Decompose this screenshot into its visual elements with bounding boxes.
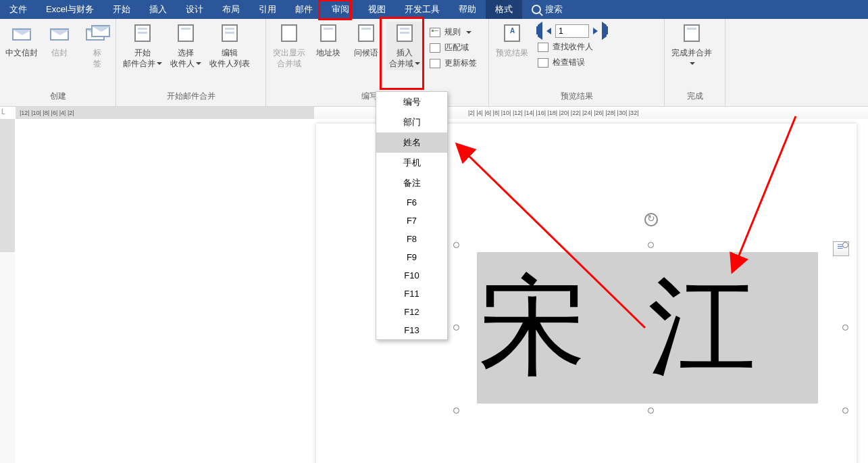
finish-merge-button[interactable]: 完成并合并: [669, 22, 715, 70]
address-block-button[interactable]: 地址块: [311, 22, 346, 59]
check-errors-icon: [538, 58, 548, 68]
update-labels-button[interactable]: 更新标签: [426, 55, 481, 71]
check-errors-button[interactable]: 检查错误: [534, 55, 611, 70]
labels-button[interactable]: 标 签: [80, 22, 115, 70]
record-number-input[interactable]: [555, 24, 589, 38]
rules-icon: [430, 28, 440, 37]
rotate-handle[interactable]: [644, 213, 658, 226]
merge-field-option[interactable]: F10: [376, 266, 447, 285]
tell-me-search[interactable]: 搜索: [522, 0, 572, 19]
greeting-line-button[interactable]: 问候语: [349, 22, 384, 59]
merge-field-option[interactable]: F12: [376, 303, 447, 321]
chinese-envelope-button[interactable]: 中文信封: [4, 22, 39, 59]
match-fields-icon: [430, 43, 440, 53]
first-record-button[interactable]: [536, 25, 542, 37]
last-record-button[interactable]: [602, 25, 608, 37]
group-label-preview: 预览结果: [489, 89, 664, 106]
group-label-create: 创建: [0, 89, 116, 106]
tab-review[interactable]: 审阅: [322, 0, 359, 19]
chevron-down-icon: [196, 62, 201, 65]
group-label-finish: 完成: [665, 89, 725, 106]
resize-handle[interactable]: [648, 242, 654, 248]
tab-design[interactable]: 设计: [176, 0, 213, 19]
merge-field-option[interactable]: 编号: [376, 92, 447, 112]
next-record-button[interactable]: [593, 28, 598, 34]
merge-field-option[interactable]: 姓名: [376, 132, 447, 153]
start-mail-merge-button[interactable]: 开始 邮件合并: [120, 22, 165, 70]
highlight-merge-fields-button[interactable]: 突出显示 合并域: [270, 22, 308, 70]
selected-textbox[interactable]: 宋江: [457, 245, 845, 410]
find-recipient-button[interactable]: 查找收件人: [534, 39, 611, 55]
preview-results-button[interactable]: 预览结果: [493, 22, 531, 59]
find-recipient-icon: [538, 43, 548, 52]
resize-handle[interactable]: [648, 408, 654, 414]
tab-layout[interactable]: 布局: [213, 0, 249, 19]
prev-record-button[interactable]: [546, 28, 551, 34]
tab-insert[interactable]: 插入: [140, 0, 176, 19]
merge-field-option[interactable]: 备注: [376, 173, 447, 193]
resize-handle[interactable]: [453, 408, 459, 414]
ribbon-tabs: 文件 Excel与财务 开始 插入 设计 布局 引用 邮件 审阅 视图 开发工具…: [0, 0, 868, 19]
select-recipients-button[interactable]: 选择 收件人: [168, 22, 204, 70]
merge-field-option[interactable]: F8: [376, 230, 447, 248]
textbox-content[interactable]: 宋江: [477, 252, 818, 404]
chevron-down-icon: [415, 62, 420, 65]
tab-references[interactable]: 引用: [249, 0, 286, 19]
merge-field-option[interactable]: 部门: [376, 112, 447, 132]
search-placeholder: 搜索: [545, 3, 563, 16]
merge-field-option[interactable]: F11: [376, 285, 447, 303]
tab-developer[interactable]: 开发工具: [395, 0, 449, 19]
chevron-down-icon: [157, 62, 162, 65]
resize-handle[interactable]: [842, 408, 848, 414]
insert-merge-field-button[interactable]: 插入 合并域: [386, 22, 423, 70]
merge-field-option[interactable]: F6: [376, 193, 447, 212]
tab-file[interactable]: 文件: [0, 0, 36, 19]
merge-field-option[interactable]: F13: [376, 321, 447, 339]
merge-field-option[interactable]: F7: [376, 212, 447, 230]
rules-button[interactable]: 规则: [426, 24, 481, 40]
resize-handle[interactable]: [842, 324, 848, 331]
resize-handle[interactable]: [453, 324, 459, 331]
tab-help[interactable]: 帮助: [449, 0, 486, 19]
ruler-unit-label: L: [1, 108, 5, 116]
search-icon: [532, 5, 541, 14]
match-fields-button[interactable]: 匹配域: [426, 40, 481, 55]
merge-field-option[interactable]: F9: [376, 248, 447, 266]
tab-excel-finance[interactable]: Excel与财务: [36, 0, 103, 19]
merge-field-option[interactable]: 手机: [376, 153, 447, 173]
tab-view[interactable]: 视图: [359, 0, 395, 19]
vertical-ruler[interactable]: [0, 119, 15, 463]
resize-handle[interactable]: [842, 242, 848, 248]
update-labels-icon: [430, 59, 440, 68]
group-label-start-merge: 开始邮件合并: [116, 89, 265, 106]
resize-handle[interactable]: [453, 242, 459, 248]
chevron-down-icon: [690, 62, 695, 65]
tab-format[interactable]: 格式: [486, 0, 522, 19]
tab-mailings[interactable]: 邮件: [286, 0, 322, 19]
edit-recipients-button[interactable]: 编辑 收件人列表: [207, 22, 253, 70]
tab-home[interactable]: 开始: [103, 0, 140, 19]
insert-merge-field-dropdown[interactable]: 编号部门姓名手机备注F6F7F8F9F10F11F12F13: [376, 91, 448, 340]
chevron-down-icon: [466, 31, 471, 34]
envelope-button[interactable]: 信封: [42, 22, 77, 59]
